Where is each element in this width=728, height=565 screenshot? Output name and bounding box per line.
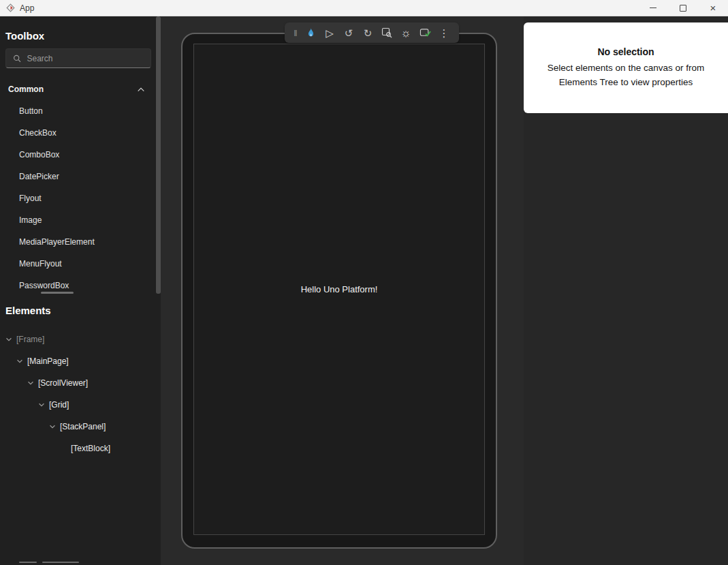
toolbox-section-label: Common <box>8 85 44 94</box>
tree-node-stackpanel[interactable]: [StackPanel] <box>0 416 161 438</box>
tree-node-label: [Grid] <box>49 400 69 410</box>
titlebar-left: App <box>0 3 638 13</box>
maximize-button[interactable] <box>668 0 698 16</box>
design-canvas-area[interactable]: ‖ ▷ ↺ ↻ ☼ <box>161 16 728 565</box>
chevron-up-icon <box>137 86 145 93</box>
tree-node-label: [Frame] <box>16 335 44 344</box>
minimize-icon <box>650 7 656 8</box>
toolbox-search[interactable] <box>5 48 151 68</box>
toolbar-drag-handle-icon[interactable]: ‖ <box>290 28 301 38</box>
search-icon <box>13 54 22 63</box>
chevron-down-icon[interactable] <box>15 356 25 366</box>
tree-node-label: [MainPage] <box>27 356 69 366</box>
tree-node-label: [StackPanel] <box>60 422 106 431</box>
tree-node-label: [ScrollViewer] <box>38 378 88 388</box>
properties-no-selection-title: No selection <box>597 46 654 57</box>
chevron-down-icon[interactable] <box>26 378 35 388</box>
toolbox-vertical-scrollbar[interactable] <box>156 16 161 294</box>
kebab-menu-icon: ⋮ <box>439 28 449 38</box>
properties-no-selection-message: Select elements on the canvas or from El… <box>530 61 722 89</box>
hot-reload-button[interactable] <box>301 22 320 43</box>
chevron-down-icon[interactable] <box>48 422 57 431</box>
app-logo-icon <box>6 3 15 12</box>
validation-check-icon <box>420 28 431 38</box>
maximize-icon <box>680 5 686 12</box>
tree-node-frame[interactable]: [Frame] <box>0 329 161 350</box>
close-icon: × <box>710 3 716 13</box>
chevron-down-icon[interactable] <box>4 335 14 344</box>
bottom-cutoff-scrollbar[interactable] <box>19 562 79 563</box>
undo-icon: ↺ <box>345 28 353 38</box>
undo-button[interactable]: ↺ <box>339 22 358 43</box>
play-icon: ▷ <box>326 28 334 38</box>
toolbox-horizontal-scrollbar[interactable] <box>41 292 74 294</box>
window-titlebar: App × <box>0 0 728 16</box>
toolbox-item-flyout[interactable]: Flyout <box>0 187 156 209</box>
device-frame: Hello Uno Platform! <box>181 33 497 549</box>
elements-tree: [Frame] [MainPage] [ScrollViewer] [Grid]… <box>0 329 161 459</box>
more-options-button[interactable]: ⋮ <box>434 22 454 43</box>
element-picker-icon <box>381 27 392 38</box>
validation-button[interactable] <box>415 22 434 43</box>
redo-icon: ↻ <box>364 28 373 38</box>
element-picker-button[interactable] <box>377 22 396 43</box>
toolbox-section-common[interactable]: Common <box>0 78 156 100</box>
toolbox-item-datepicker[interactable]: DatePicker <box>0 166 156 187</box>
minimize-button[interactable] <box>638 0 668 16</box>
toolbox-item-checkbox[interactable]: CheckBox <box>0 122 156 144</box>
search-input[interactable] <box>27 54 144 63</box>
hot-reload-flame-icon <box>306 27 316 38</box>
device-screen[interactable]: Hello Uno Platform! <box>193 44 485 535</box>
toolbox-item-combobox[interactable]: ComboBox <box>0 144 156 166</box>
window-title: App <box>20 3 34 13</box>
toolbox-item-menuflyout[interactable]: MenuFlyout <box>0 253 156 275</box>
toolbox-item-passwordbox[interactable]: PasswordBox <box>0 275 156 296</box>
chevron-down-icon[interactable] <box>37 400 46 410</box>
textblock-hello[interactable]: Hello Uno Platform! <box>301 284 378 294</box>
elements-title: Elements <box>5 305 51 316</box>
designer-toolbar: ‖ ▷ ↺ ↻ ☼ <box>285 22 459 43</box>
tree-node-mainpage[interactable]: [MainPage] <box>0 350 161 372</box>
toolbox-title: Toolbox <box>5 30 44 42</box>
toolbox-item-button[interactable]: Button <box>0 100 156 122</box>
tree-node-scrollviewer[interactable]: [ScrollViewer] <box>0 372 161 394</box>
tree-node-label: [TextBlock] <box>71 444 110 453</box>
toolbox-item-image[interactable]: Image <box>0 209 156 231</box>
tree-node-textblock[interactable]: [TextBlock] <box>0 438 161 459</box>
close-button[interactable]: × <box>698 0 728 16</box>
properties-panel: No selection Select elements on the canv… <box>524 22 728 113</box>
left-sidebar: Toolbox Common Button CheckBox ComboBox … <box>0 16 161 565</box>
theme-toggle-button[interactable]: ☼ <box>396 22 415 43</box>
play-button[interactable]: ▷ <box>320 22 339 43</box>
redo-button[interactable]: ↻ <box>358 22 377 43</box>
tree-node-grid[interactable]: [Grid] <box>0 394 161 416</box>
theme-sun-icon: ☼ <box>400 27 411 39</box>
toolbox-item-mediaplayerelement[interactable]: MediaPlayerElement <box>0 231 156 253</box>
toolbox-item-list: Button CheckBox ComboBox DatePicker Flyo… <box>0 100 156 296</box>
